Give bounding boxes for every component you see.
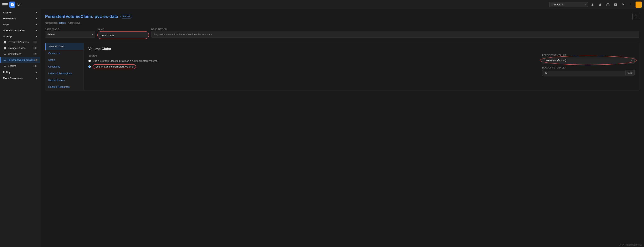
chevron-right-icon: ▾ bbox=[36, 11, 37, 14]
chevron-down-icon: ▾ bbox=[631, 59, 633, 62]
more-options-button[interactable]: ⋮ bbox=[628, 1, 634, 8]
pvc-icon: ▭ bbox=[4, 59, 6, 61]
page-more-button[interactable]: ⋮ bbox=[632, 13, 640, 20]
config-icon: ▭ bbox=[4, 53, 6, 55]
sidebar: Cluster ▾ Workloads ▾ Apps ▾ Service Dis… bbox=[0, 9, 40, 247]
radio-storage-class-label: Use a Storage Class to provision a new P… bbox=[93, 59, 158, 62]
sidebar-section-service-discovery[interactable]: Service Discovery ▾ bbox=[0, 27, 40, 33]
namespace-tag: default × bbox=[552, 3, 564, 6]
radio-existing-pv[interactable] bbox=[88, 65, 91, 68]
storage-input[interactable] bbox=[542, 70, 625, 76]
sidebar-section-sd-label: Service Discovery bbox=[3, 29, 25, 32]
sidebar-section-policy[interactable]: Policy ▾ bbox=[0, 69, 40, 75]
chevron-up-icon: ▴ bbox=[36, 35, 37, 38]
namespace-remove[interactable]: × bbox=[562, 3, 563, 6]
sidebar-section-apps[interactable]: Apps ▾ bbox=[0, 21, 40, 27]
sidebar-section-storage-label: Storage bbox=[3, 35, 12, 38]
description-input[interactable] bbox=[151, 31, 640, 37]
storage-group: Request Storage * GiB bbox=[542, 67, 634, 76]
age-value: 6 days bbox=[73, 21, 80, 24]
top-form-row: Namespace * default Name * bbox=[45, 28, 640, 39]
pvc-badge: 1 bbox=[35, 59, 38, 61]
cm-badge: 2 bbox=[33, 53, 37, 55]
upload-button[interactable] bbox=[589, 1, 596, 8]
source-section: Source Use a Storage Class to provision … bbox=[88, 54, 534, 79]
resource-name: pvc-es-data bbox=[95, 14, 118, 19]
resource-type: PersistentVolumeClaim: bbox=[45, 14, 93, 19]
pv-select-group: Persistent Volume pv-es-data (Bound) ▾ bbox=[542, 54, 634, 63]
namespace-link[interactable]: default bbox=[59, 21, 66, 24]
copy-button[interactable] bbox=[605, 1, 611, 8]
pv-select-wrapper: pv-es-data (Bound) ▾ bbox=[542, 57, 634, 63]
radio-storage-class[interactable] bbox=[88, 60, 91, 62]
page-title: PersistentVolumeClaim: pvc-es-data bbox=[45, 14, 118, 19]
sidebar-section-workloads[interactable]: Workloads ▾ bbox=[0, 15, 40, 21]
secrets-badge: 0 bbox=[33, 65, 37, 67]
footer-text: CSDN ©读遍你的森林河流 bbox=[619, 244, 642, 246]
option-highlight: Use an existing Persistent Volume bbox=[93, 64, 136, 69]
sidebar-section-more-label: More Resources bbox=[3, 77, 22, 80]
main-content-panel: Volume Claim Source Use a Storage Class … bbox=[84, 43, 639, 90]
sidebar-item-pvc[interactable]: ▭ PersistentVolumeClaims 1 bbox=[0, 57, 40, 63]
sidebar-item-secrets[interactable]: ▭ Secrets 0 bbox=[0, 63, 40, 69]
namespace-required: * bbox=[60, 28, 61, 30]
section-title: Volume Claim bbox=[88, 47, 634, 51]
nav-item-conditions[interactable]: Conditions bbox=[45, 63, 84, 70]
radio-option-storage-class[interactable]: Use a Storage Class to provision a new P… bbox=[88, 59, 534, 62]
sidebar-section-cluster-label: Cluster bbox=[3, 11, 12, 14]
chevron-right-icon: ▾ bbox=[36, 17, 37, 20]
pv-badge: 1 bbox=[33, 41, 37, 43]
download-button[interactable] bbox=[597, 1, 603, 8]
name-field-group: Name * bbox=[98, 28, 149, 39]
sidebar-section-policy-label: Policy bbox=[3, 71, 10, 74]
namespace-value: default bbox=[553, 3, 560, 6]
pv-fields-section: Persistent Volume pv-es-data (Bound) ▾ R… bbox=[542, 54, 634, 79]
nav-item-labels[interactable]: Labels & Annotations bbox=[45, 70, 84, 77]
app-logo bbox=[9, 1, 16, 8]
sidebar-section-cluster[interactable]: Cluster ▾ bbox=[0, 9, 40, 15]
nav-item-related-resources[interactable]: Related Resources bbox=[45, 83, 84, 90]
sidebar-item-persistent-volumes[interactable]: ⬤ PersistentVolumes 1 bbox=[0, 39, 40, 45]
sidebar-item-config-maps[interactable]: ▭ ConfigMaps 2 bbox=[0, 51, 40, 57]
storage-label: Request Storage * bbox=[542, 67, 634, 69]
user-avatar[interactable] bbox=[636, 1, 642, 8]
clipboard-button[interactable] bbox=[612, 1, 618, 8]
sidebar-item-secrets-label: Secrets bbox=[8, 64, 33, 67]
page-meta: Namespace: default Age: 6 days bbox=[45, 21, 640, 24]
storage-required: * bbox=[566, 67, 566, 69]
pv-field-label: Persistent Volume bbox=[542, 54, 634, 56]
namespace-field-label: Namespace * bbox=[45, 28, 95, 30]
chevron-right-icon: ▾ bbox=[36, 77, 37, 79]
pv-select[interactable]: pv-es-data (Bound) bbox=[542, 57, 634, 63]
sidebar-item-sc-label: StorageClasses bbox=[8, 46, 33, 49]
sidebar-item-pv-label: PersistentVolumes bbox=[8, 41, 33, 43]
namespace-selector[interactable]: default × ▾ bbox=[549, 2, 588, 7]
name-required: * bbox=[104, 28, 106, 30]
status-badge: Bound bbox=[120, 15, 132, 18]
namespace-label: Namespace: bbox=[45, 21, 58, 24]
menu-icon[interactable] bbox=[2, 2, 8, 7]
nav-item-volume-claim[interactable]: Volume Claim bbox=[45, 43, 84, 50]
name-field-label: Name * bbox=[98, 28, 149, 30]
header-actions: ⋮ bbox=[632, 13, 640, 20]
content-area: PersistentVolumeClaim: pvc-es-data Bound… bbox=[40, 9, 644, 247]
namespace-select[interactable]: default bbox=[45, 31, 95, 37]
chevron-right-icon: ▾ bbox=[36, 29, 37, 32]
page-header: PersistentVolumeClaim: pvc-es-data Bound… bbox=[45, 13, 640, 20]
storage-row: GiB bbox=[542, 70, 634, 76]
description-field-group: Description bbox=[151, 28, 640, 39]
sidebar-item-storage-classes[interactable]: ⬤ StorageClasses 0 bbox=[0, 45, 40, 51]
topbar: jsyl default × ▾ ⋮ bbox=[0, 0, 644, 9]
sidebar-section-apps-label: Apps bbox=[3, 23, 10, 26]
search-button[interactable] bbox=[620, 1, 626, 8]
sidebar-section-storage[interactable]: Storage ▴ bbox=[0, 33, 40, 39]
age-label: Age: bbox=[68, 21, 73, 24]
nav-item-status[interactable]: Status bbox=[45, 56, 84, 63]
left-nav: Volume Claim Customize Status Conditions… bbox=[45, 43, 84, 90]
radio-option-existing-pv[interactable]: Use an existing Persistent Volume bbox=[88, 64, 534, 69]
namespace-select-wrapper[interactable]: default bbox=[45, 31, 95, 37]
nav-item-customize[interactable]: Customize bbox=[45, 50, 84, 56]
sidebar-section-more[interactable]: More Resources ▾ bbox=[0, 75, 40, 81]
nav-item-recent-events[interactable]: Recent Events bbox=[45, 77, 84, 83]
name-input[interactable] bbox=[98, 32, 148, 38]
